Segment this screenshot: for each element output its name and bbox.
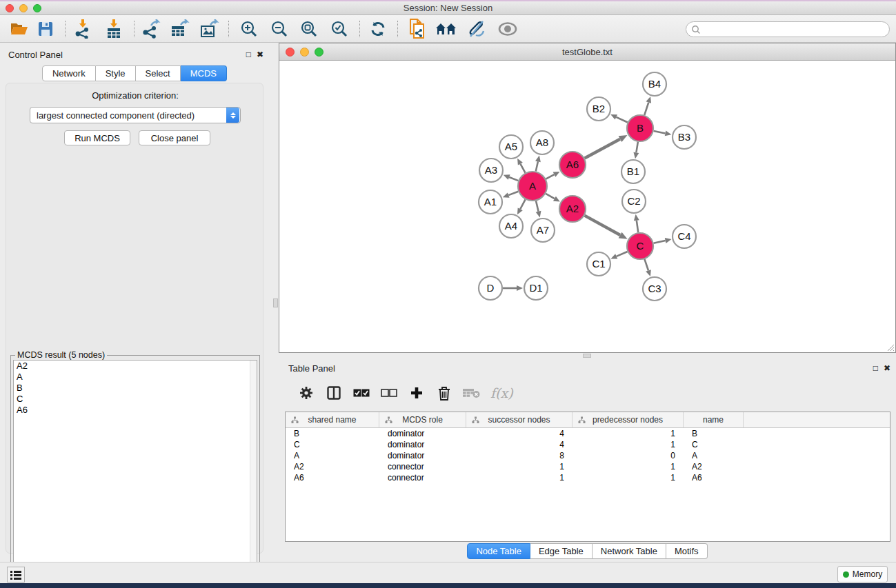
tab-select[interactable]: Select: [136, 65, 181, 81]
import-network-button[interactable]: [70, 18, 95, 40]
column-header-MCDS-role[interactable]: MCDS role: [379, 412, 466, 427]
graphics-details-button[interactable]: [464, 18, 488, 40]
table-cell[interactable]: 1: [573, 429, 684, 438]
delete-column-button[interactable]: [435, 384, 453, 402]
network-window-titlebar[interactable]: testGlobe.txt: [279, 43, 895, 61]
add-column-button[interactable]: [408, 384, 426, 402]
delete-table-button[interactable]: [463, 384, 481, 402]
export-table-button[interactable]: [168, 18, 192, 40]
network-canvas[interactable]: B4B2BB3A8A5A6A3B1AA1C2A2A4A7C4CC1C3DD1: [279, 61, 895, 352]
edge-A-A7[interactable]: [536, 201, 539, 211]
edge-B-B3[interactable]: [654, 131, 666, 133]
table-cell[interactable]: 1: [573, 462, 684, 472]
zoom-selected-button[interactable]: [327, 18, 352, 40]
zoom-out-button[interactable]: [267, 18, 292, 40]
edge-A-A2[interactable]: [546, 194, 555, 199]
table-cell[interactable]: connector: [379, 473, 466, 483]
edge-B-B2[interactable]: [616, 117, 628, 123]
table-cell[interactable]: B: [286, 429, 379, 438]
tab-network[interactable]: Network: [42, 65, 96, 81]
table-cell[interactable]: A6: [286, 473, 379, 483]
save-session-button[interactable]: [33, 18, 58, 40]
edge-A-A6[interactable]: [546, 174, 554, 179]
table-cell[interactable]: dominator: [379, 451, 466, 460]
column-header-shared-name[interactable]: shared name: [286, 412, 379, 427]
table-row[interactable]: Adominator80A: [286, 450, 890, 461]
edge-B-B4[interactable]: [644, 103, 648, 115]
column-header-name[interactable]: name: [684, 412, 744, 427]
vertical-split-handle[interactable]: [273, 298, 278, 307]
function-builder-button[interactable]: f(x): [490, 385, 513, 401]
select-all-button[interactable]: [352, 384, 370, 402]
table-cell[interactable]: C: [286, 440, 379, 449]
table-cell[interactable]: 1: [466, 462, 573, 472]
float-panel-icon[interactable]: □: [246, 50, 251, 59]
export-network-button[interactable]: [139, 18, 163, 40]
gear-button[interactable]: [297, 384, 315, 402]
search-input[interactable]: [701, 25, 889, 34]
node-table[interactable]: shared nameMCDS rolesuccessor nodesprede…: [285, 412, 890, 542]
edge-A6-B[interactable]: [585, 139, 620, 159]
tab-motifs[interactable]: Motifs: [666, 543, 708, 559]
zoom-in-button[interactable]: [237, 18, 261, 40]
result-list-item[interactable]: C: [14, 394, 257, 405]
search-box[interactable]: [686, 21, 890, 37]
table-cell[interactable]: A2: [684, 462, 744, 472]
run-mcds-button[interactable]: Run MCDS: [64, 130, 130, 145]
close-panel-icon[interactable]: ✖: [257, 50, 263, 59]
resize-grip-icon[interactable]: [885, 342, 895, 352]
home-button[interactable]: [434, 18, 459, 40]
table-cell[interactable]: 0: [573, 451, 684, 460]
export-image-button[interactable]: [197, 18, 222, 40]
edge-A-A4[interactable]: [520, 199, 525, 209]
deselect-all-button[interactable]: [380, 384, 398, 402]
horizontal-split-handle[interactable]: [583, 354, 591, 358]
table-cell[interactable]: 8: [466, 451, 573, 460]
table-body[interactable]: Bdominator41BCdominator41CAdominator80AA…: [286, 428, 890, 483]
result-list-item[interactable]: A6: [14, 405, 257, 416]
table-row[interactable]: A6connector11A6: [286, 472, 890, 483]
result-list-item[interactable]: A: [14, 372, 257, 383]
table-cell[interactable]: B: [684, 429, 744, 438]
float-table-panel-icon[interactable]: □: [873, 363, 878, 373]
table-cell[interactable]: 1: [573, 440, 684, 449]
table-cell[interactable]: 4: [466, 429, 573, 438]
criterion-dropdown[interactable]: largest connected component (directed): [30, 107, 241, 123]
tab-network-table[interactable]: Network Table: [593, 543, 666, 559]
open-file-button[interactable]: [7, 18, 32, 40]
columns-button[interactable]: [325, 384, 343, 402]
zoom-fit-button[interactable]: [297, 18, 321, 40]
edge-C-C3[interactable]: [644, 259, 648, 271]
task-history-button[interactable]: [7, 567, 25, 582]
table-cell[interactable]: dominator: [379, 440, 466, 449]
tab-mcds[interactable]: MCDS: [181, 65, 227, 81]
table-row[interactable]: Cdominator41C: [286, 439, 890, 450]
tab-node-table[interactable]: Node Table: [467, 543, 530, 559]
table-cell[interactable]: A: [684, 451, 744, 460]
column-header-successor-nodes[interactable]: successor nodes: [466, 412, 573, 427]
table-cell[interactable]: dominator: [379, 429, 466, 438]
edge-A-A5[interactable]: [520, 164, 525, 173]
mcds-result-list[interactable]: A2ABCA6: [13, 360, 257, 585]
table-cell[interactable]: 1: [466, 473, 573, 483]
edge-C-C1[interactable]: [617, 252, 628, 256]
clone-network-button[interactable]: [405, 18, 430, 40]
table-cell[interactable]: 4: [466, 440, 573, 449]
table-row[interactable]: Bdominator41B: [286, 428, 890, 439]
table-row[interactable]: A2connector11A2: [286, 461, 890, 472]
edge-C-C4[interactable]: [654, 241, 666, 243]
edge-A-A3[interactable]: [509, 177, 518, 181]
edge-A-A8[interactable]: [536, 161, 538, 171]
tab-style[interactable]: Style: [96, 65, 136, 81]
memory-button[interactable]: Memory: [837, 566, 888, 582]
close-table-panel-icon[interactable]: ✖: [884, 363, 890, 373]
table-cell[interactable]: A6: [684, 473, 744, 483]
table-cell[interactable]: A2: [286, 462, 379, 472]
table-cell[interactable]: C: [684, 440, 744, 449]
import-table-button[interactable]: [101, 18, 126, 40]
edge-C-C2[interactable]: [637, 221, 638, 232]
result-list-item[interactable]: B: [14, 383, 257, 394]
eye-button[interactable]: [495, 18, 520, 40]
table-cell[interactable]: 1: [573, 473, 684, 483]
refresh-button[interactable]: [366, 18, 390, 40]
